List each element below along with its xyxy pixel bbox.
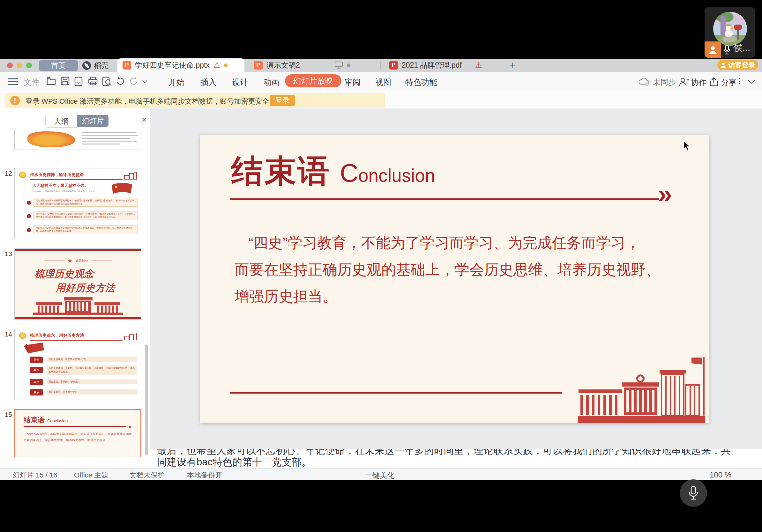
menu-start[interactable]: 开始 xyxy=(169,77,185,87)
more-options-icon[interactable] xyxy=(739,78,740,85)
status-dot-icon xyxy=(347,63,350,67)
thumbnail-heading: 人无精神不立，国无精神不强。 xyxy=(33,183,88,188)
title-underline xyxy=(24,426,126,427)
row-text: 历史是合力形成的、“多线的”。 xyxy=(46,379,137,384)
print-icon[interactable] xyxy=(88,77,98,86)
calligraphy-line1: 梳理历史观念 xyxy=(35,267,94,281)
collaborate-icon[interactable] xyxy=(679,78,689,87)
menu-review[interactable]: 审阅 xyxy=(344,77,360,87)
close-panel-icon[interactable]: × xyxy=(142,115,147,124)
row-tag: 再次 xyxy=(30,379,43,385)
tab-docer[interactable]: 稻壳 xyxy=(82,60,109,71)
editor-canvas: 结束语 Conclusion » “四史”学习教育，不能为了学习而学习、为完成任… xyxy=(150,108,762,468)
hamburger-menu-icon[interactable] xyxy=(8,78,18,85)
tab-document-title: 演示文稿2 xyxy=(267,60,300,70)
tab-outline[interactable]: 大纲 xyxy=(45,115,77,128)
maximize-window-button[interactable] xyxy=(26,62,32,68)
login-button[interactable]: 登录 xyxy=(270,95,295,106)
thumbnail-title: 梳理历史观念，用好历史方法 xyxy=(30,333,84,338)
slide-thumbnail-14[interactable]: 梳理历史观念，用好历史方法 首先 历史是连续的，不是简单的“断代”史。 其次 历… xyxy=(14,329,141,400)
slide-thumbnail-11-partial[interactable] xyxy=(14,130,141,150)
panel-mode-switch: 大纲 幻灯片 xyxy=(45,115,109,128)
thumbnail-bullet: 习近平总书记也非常重视历史精神的学习传承，他强调指出：“坚定理想信念，坚守共产党… xyxy=(27,225,138,234)
mic-status-icon xyxy=(723,45,731,55)
row-tag: 最后 xyxy=(30,389,43,395)
slide-thumbnail-12[interactable]: 传承历史精神，坚守历史使命 人无精神不立，国无精神不强。 这些精神，一道构成共产… xyxy=(14,168,141,239)
new-tab-button[interactable]: + xyxy=(504,58,527,72)
menu-view[interactable]: 视图 xyxy=(375,77,391,87)
tab-document-3[interactable]: P 2021 品牌管理.pdf ⚠ xyxy=(384,58,500,72)
slide-position-label: 幻灯片 15 / 16 xyxy=(13,470,57,480)
menu-insert[interactable]: 插入 xyxy=(200,77,216,87)
bullet-dot-icon xyxy=(27,228,31,232)
person-icon xyxy=(721,62,726,68)
bullet-dot-icon xyxy=(27,201,31,205)
tab-document-active[interactable]: P 学好四史牢记使命.pptx ⚠ xyxy=(117,58,244,72)
tab-home[interactable]: 首页 xyxy=(39,60,78,71)
person-icon xyxy=(708,45,717,54)
chevron-double-icon: » xyxy=(128,423,132,430)
participant-avatar xyxy=(713,12,747,46)
warning-icon: ⚠ xyxy=(475,61,482,69)
sync-status-label[interactable]: 未同步 xyxy=(653,77,676,87)
undo-icon[interactable] xyxy=(116,77,125,86)
thumbnail-header: 传承历史精神，坚守历史使命 xyxy=(19,171,137,180)
redo-icon[interactable] xyxy=(129,77,138,86)
thumbnail-bullet: 邓小平说：“要懂得些中国历史，这是中国发展的一个精神动力。”如果历史事件是过去的… xyxy=(27,211,138,220)
minimize-window-button[interactable] xyxy=(17,62,22,68)
cloud-sync-icon[interactable] xyxy=(638,78,650,87)
building-illustration xyxy=(33,297,123,315)
print-preview-icon[interactable] xyxy=(102,77,112,86)
participant-role-badge xyxy=(705,41,721,58)
menu-animation[interactable]: 动画 xyxy=(264,77,279,87)
open-file-icon[interactable] xyxy=(46,77,56,86)
menu-slideshow-active[interactable]: 幻灯片放映 xyxy=(285,74,342,87)
beautify-button[interactable]: 一键美化 xyxy=(365,470,394,480)
protection-label[interactable]: 文档未保护 xyxy=(129,470,165,480)
save-icon[interactable] xyxy=(61,77,70,86)
warning-icon: ⚠ xyxy=(213,61,220,69)
export-pdf-icon[interactable]: PDF xyxy=(74,77,84,86)
close-window-button[interactable] xyxy=(7,62,13,68)
building-icon xyxy=(124,332,137,341)
slide-panel: 大纲 幻灯片 × 12 传承历史精神，坚守历史使命 xyxy=(0,108,150,468)
slide-title-cn: 结束语 xyxy=(231,150,331,193)
collapse-ribbon-chevron-icon[interactable] xyxy=(748,80,755,84)
login-banner: ! 登录 WPS Office 激活更多功能，电脑手机多端同步文档数据，账号加密… xyxy=(5,93,385,108)
slide-title[interactable]: 结束语 Conclusion xyxy=(231,150,435,193)
microphone-button[interactable] xyxy=(680,479,707,507)
party-emblem-icon: ★ xyxy=(68,258,72,264)
svg-text:PDF: PDF xyxy=(76,81,82,84)
status-bar: 幻灯片 15 / 16 Office 主题 文档未保护 本地备份开 一键美化 ▲ xyxy=(0,468,762,480)
thumbnail-text-lines xyxy=(82,132,139,145)
menu-file[interactable]: 文件 xyxy=(24,77,39,87)
chevron-double-icon: » xyxy=(658,181,672,207)
guest-login-button[interactable]: 访客登录 xyxy=(717,60,758,70)
pdf-file-icon: P xyxy=(389,61,398,70)
tab-document-2[interactable]: P 演示文稿2 xyxy=(249,58,380,72)
share-icon[interactable] xyxy=(709,77,719,87)
collaborate-label[interactable]: 协作 xyxy=(691,77,707,87)
share-label[interactable]: 分享 xyxy=(721,77,736,87)
slide-editor[interactable]: 结束语 Conclusion » “四史”学习教育，不能为了学习而学习、为完成任… xyxy=(200,135,709,423)
tab-slides[interactable]: 幻灯片 xyxy=(77,115,109,127)
red-flag-icon xyxy=(111,182,133,196)
menu-special-features[interactable]: 特色功能 xyxy=(405,77,437,87)
thumbnail-bullet: 毛泽东运用物质与精神辩证关系指出：“物质可以变成精神，精神可以变成物质”，“精神… xyxy=(27,198,138,207)
slide-thumbnail-13[interactable]: ★ 第四部分 梳理历史观念 用好历史方法 xyxy=(14,248,141,320)
toolbar-more-chevron-icon[interactable] xyxy=(142,80,147,83)
row-tag: 首先 xyxy=(30,357,43,363)
thumbnail-title-row: 结束语 Conclusion xyxy=(24,415,68,425)
part-label-row: ★ 第四部分 xyxy=(15,258,141,264)
theme-label[interactable]: Office 主题 xyxy=(74,470,108,480)
participant-video-tile[interactable]: 侯... xyxy=(705,7,755,58)
mouse-cursor xyxy=(683,140,692,152)
backup-label[interactable]: 本地备份开 xyxy=(187,470,222,480)
panel-scrollbar[interactable] xyxy=(145,345,148,455)
slide-body-text[interactable]: “四史”学习教育，不能为了学习而学习、为完成任务而学习， 而要在坚持正确历史观的… xyxy=(235,229,693,310)
bottom-rule xyxy=(230,392,562,394)
tab-divider xyxy=(380,62,381,70)
text-line: 同建设有bac特色的第十二党支部。 xyxy=(157,455,311,468)
menu-design[interactable]: 设计 xyxy=(232,77,248,87)
bullet-dot-icon xyxy=(27,214,31,218)
